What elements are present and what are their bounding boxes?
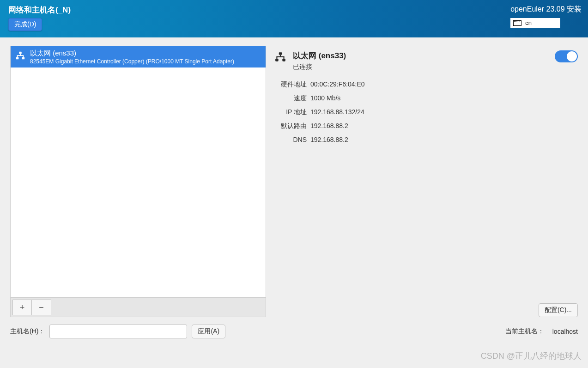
header-right: openEuler 23.09 安装 cn	[510, 5, 582, 28]
svg-rect-1	[16, 57, 19, 60]
svg-rect-5	[282, 59, 285, 61]
details-column: 以太网 (ens33) 已连接 硬件地址 00:0C:29:F6:04:E0 速…	[274, 46, 578, 317]
ethernet-icon	[15, 51, 25, 61]
ethernet-icon	[274, 51, 286, 63]
current-hostname-value: localhost	[552, 328, 578, 335]
info-label: 速度	[274, 94, 307, 103]
device-list-toolbar: + −	[10, 298, 266, 317]
minus-icon: −	[39, 303, 44, 313]
connection-status: 已连接	[293, 63, 548, 71]
remove-device-button[interactable]: −	[32, 300, 51, 315]
info-value-ip: 192.168.88.132/24	[310, 108, 578, 117]
info-value-dns: 192.168.88.2	[310, 136, 578, 143]
keyboard-icon	[513, 20, 521, 26]
configure-button[interactable]: 配置(C)...	[539, 303, 578, 317]
info-value-mac: 00:0C:29:F6:04:E0	[310, 80, 578, 89]
info-value-gateway: 192.168.88.2	[310, 122, 578, 130]
hostname-bar: 主机名(H)： 应用(A) 当前主机名： localhost	[0, 317, 588, 338]
info-label: 默认路由	[274, 122, 307, 130]
header-bar: 网络和主机名(_N) 完成(D) openEuler 23.09 安装 cn	[0, 0, 588, 37]
info-value-speed: 1000 Mb/s	[310, 94, 578, 103]
device-list-item[interactable]: 以太网 (ens33) 82545EM Gigabit Ethernet Con…	[11, 46, 266, 67]
keyboard-layout-label: cn	[525, 19, 532, 26]
connection-status-row: 以太网 (ens33) 已连接	[274, 50, 578, 71]
info-label: IP 地址	[274, 108, 307, 117]
current-hostname: 当前主机名： localhost	[505, 327, 578, 336]
watermark: CSDN @正儿八经的地球人	[481, 350, 582, 362]
device-description: 82545EM Gigabit Ethernet Controller (Cop…	[30, 58, 261, 65]
connection-toggle[interactable]	[555, 50, 578, 62]
connection-info-grid: 硬件地址 00:0C:29:F6:04:E0 速度 1000 Mb/s IP 地…	[274, 80, 578, 143]
hostname-label: 主机名(H)：	[10, 327, 45, 336]
device-list[interactable]: 以太网 (ens33) 82545EM Gigabit Ethernet Con…	[10, 46, 266, 298]
device-name: 以太网 (ens33)	[30, 49, 261, 58]
info-label: 硬件地址	[274, 80, 307, 89]
svg-rect-0	[19, 52, 22, 54]
svg-rect-4	[275, 59, 279, 61]
apply-hostname-button[interactable]: 应用(A)	[192, 325, 225, 338]
keyboard-layout-indicator[interactable]: cn	[510, 18, 560, 28]
svg-rect-2	[22, 57, 24, 60]
distro-label: openEuler 23.09 安装	[510, 5, 582, 14]
connection-name: 以太网 (ens33)	[293, 50, 548, 61]
connection-status-text: 以太网 (ens33) 已连接	[293, 50, 548, 71]
device-list-column: 以太网 (ens33) 82545EM Gigabit Ethernet Con…	[10, 46, 266, 317]
device-text: 以太网 (ens33) 82545EM Gigabit Ethernet Con…	[30, 49, 261, 65]
svg-rect-3	[279, 52, 282, 55]
done-button[interactable]: 完成(D)	[8, 18, 42, 31]
page-title: 网络和主机名(_N)	[8, 5, 580, 15]
hostname-input[interactable]	[49, 325, 187, 338]
info-label: DNS	[274, 136, 307, 143]
add-device-button[interactable]: +	[12, 300, 32, 315]
current-hostname-label: 当前主机名：	[505, 327, 544, 336]
plus-icon: +	[20, 303, 25, 313]
content-area: 以太网 (ens33) 82545EM Gigabit Ethernet Con…	[0, 37, 588, 317]
